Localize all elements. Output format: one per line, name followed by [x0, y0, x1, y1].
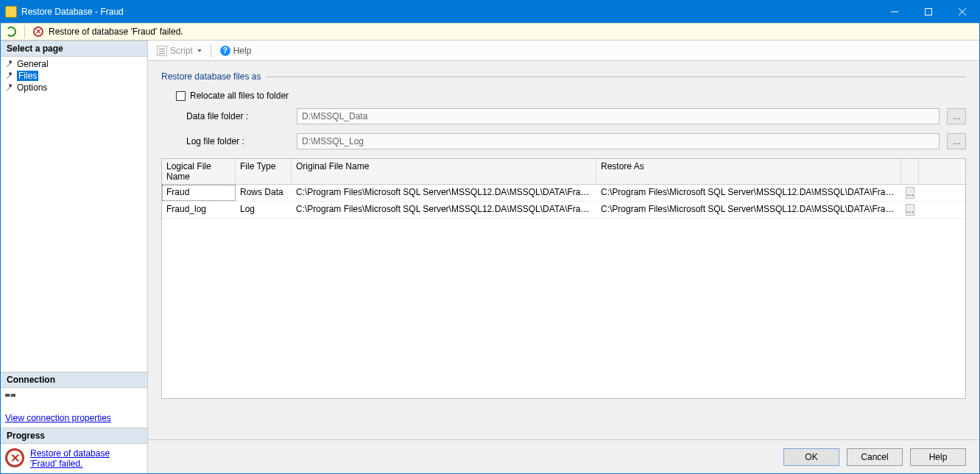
server-icon: [5, 392, 15, 399]
window-buttons: [878, 1, 979, 23]
cell-restore: C:\Program Files\Microsoft SQL Server\MS…: [596, 202, 901, 218]
relocate-label: Relocate all files to folder: [190, 91, 289, 101]
sidebar: Select a page General Files Options Conn…: [1, 40, 148, 473]
connection-info: [1, 388, 147, 408]
dialog-footer: OK Cancel Help: [148, 439, 979, 473]
group-header: Restore database files as: [161, 71, 966, 82]
status-bar: ✕ Restore of database 'Fraud' failed.: [1, 23, 979, 40]
ellipsis-icon: ...: [906, 205, 914, 215]
col-logical[interactable]: Logical File Name: [162, 159, 236, 184]
cancel-label: Cancel: [861, 452, 888, 462]
svg-rect-1: [926, 9, 932, 15]
col-restore[interactable]: Restore As: [596, 159, 901, 184]
wrench-icon: [5, 60, 14, 68]
separator: [211, 44, 211, 57]
error-icon: ✕: [32, 26, 44, 38]
dialog-body: Select a page General Files Options Conn…: [1, 40, 979, 473]
cell-orig: C:\Program Files\Microsoft SQL Server\MS…: [292, 185, 596, 201]
close-button[interactable]: [945, 1, 979, 23]
sidebar-item-general[interactable]: General: [1, 58, 147, 70]
ellipsis-icon: ...: [906, 188, 914, 198]
log-folder-browse-button[interactable]: ...: [947, 133, 966, 149]
sidebar-spacer: [1, 95, 147, 372]
table-row[interactable]: Fraud Rows Data C:\Program Files\Microso…: [162, 185, 965, 202]
log-folder-label: Log file folder :: [186, 136, 289, 146]
progress-error-icon: ✕: [5, 448, 24, 467]
cell-logical: Fraud_log: [162, 202, 236, 218]
ok-button[interactable]: OK: [783, 448, 839, 466]
app-icon: [5, 6, 17, 18]
log-folder-input[interactable]: [297, 133, 940, 149]
cell-orig: C:\Program Files\Microsoft SQL Server\MS…: [292, 202, 596, 218]
cell-restore: C:\Program Files\Microsoft SQL Server\MS…: [596, 185, 901, 201]
col-orig[interactable]: Original File Name: [292, 159, 596, 184]
cell-browse: ...: [901, 202, 919, 218]
cancel-button[interactable]: Cancel: [847, 448, 903, 466]
ellipsis-icon: ...: [953, 136, 960, 146]
sidebar-item-label: Options: [17, 82, 47, 93]
cell-type: Rows Data: [236, 185, 292, 201]
help-footer-label: Help: [929, 452, 948, 462]
sidebar-item-options[interactable]: Options: [1, 82, 147, 93]
help-button[interactable]: ? Help: [217, 44, 255, 57]
relocate-checkbox[interactable]: [176, 91, 186, 101]
files-grid: Logical File Name File Type Original Fil…: [161, 158, 966, 399]
cell-logical: Fraud: [162, 185, 236, 201]
cell-type: Log: [236, 202, 292, 218]
maximize-button[interactable]: [912, 1, 945, 23]
row-browse-button[interactable]: ...: [906, 187, 914, 199]
relocate-row: Relocate all files to folder: [176, 91, 966, 101]
refresh-icon[interactable]: [5, 26, 17, 38]
script-button[interactable]: Script: [154, 44, 205, 57]
window-title: Restore Database - Fraud: [21, 7, 878, 17]
select-page-header: Select a page: [1, 40, 147, 57]
progress-message-link[interactable]: Restore of database 'Fraud' failed.: [30, 448, 133, 469]
ok-label: OK: [805, 452, 817, 462]
data-folder-input[interactable]: [297, 108, 940, 124]
toolbar: Script ? Help: [148, 40, 979, 61]
cell-browse: ...: [901, 185, 919, 201]
data-folder-browse-button[interactable]: ...: [947, 108, 966, 124]
grid-body: Fraud Rows Data C:\Program Files\Microso…: [162, 185, 965, 398]
connection-header: Connection: [1, 372, 147, 388]
wrench-icon: [5, 71, 14, 80]
group-rule: [267, 77, 966, 77]
col-type[interactable]: File Type: [236, 159, 292, 184]
grid-header: Logical File Name File Type Original Fil…: [162, 159, 965, 185]
svg-rect-5: [11, 394, 15, 397]
sidebar-item-label: Files: [17, 71, 38, 81]
content-area: Restore database files as Relocate all f…: [148, 61, 979, 439]
col-action: [901, 159, 919, 184]
separator: [24, 25, 25, 38]
table-row[interactable]: Fraud_log Log C:\Program Files\Microsoft…: [162, 202, 965, 219]
progress-panel: ✕ Restore of database 'Fraud' failed.: [1, 444, 147, 473]
script-icon: [157, 46, 167, 56]
help-footer-button[interactable]: Help: [910, 448, 966, 466]
chevron-down-icon: [197, 49, 202, 52]
svg-rect-4: [5, 394, 10, 397]
help-label: Help: [233, 46, 252, 56]
window: Restore Database - Fraud ✕ Restore of da…: [0, 0, 980, 474]
log-folder-row: Log file folder : ...: [186, 133, 966, 149]
status-message: Restore of database 'Fraud' failed.: [49, 26, 183, 37]
page-list: General Files Options: [1, 57, 147, 95]
wrench-icon: [5, 83, 14, 92]
main-panel: Script ? Help Restore database files as …: [148, 40, 979, 473]
minimize-button[interactable]: [878, 1, 912, 23]
group-title: Restore database files as: [161, 71, 261, 82]
data-folder-row: Data file folder : ...: [186, 108, 966, 124]
sidebar-item-files[interactable]: Files: [1, 70, 147, 82]
ellipsis-icon: ...: [953, 111, 960, 121]
view-connection-properties-link[interactable]: View connection properties: [1, 408, 147, 428]
row-browse-button[interactable]: ...: [906, 204, 914, 216]
sidebar-item-label: General: [17, 59, 49, 69]
titlebar: Restore Database - Fraud: [1, 1, 979, 23]
progress-header: Progress: [1, 428, 147, 444]
help-icon: ?: [220, 46, 230, 56]
script-label: Script: [170, 46, 193, 56]
data-folder-label: Data file folder :: [186, 111, 289, 121]
